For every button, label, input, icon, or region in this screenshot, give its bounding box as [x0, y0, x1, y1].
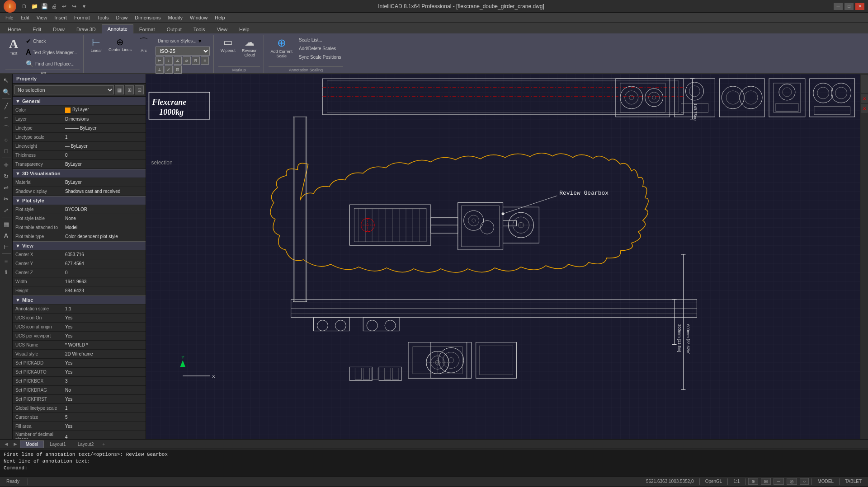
polyline-tool[interactable]: ⌐	[1, 112, 12, 122]
extend-tool[interactable]: ⤢	[1, 205, 12, 215]
find-replace-button[interactable]: 🔍 Find and Replace...	[24, 59, 80, 69]
linear-dimension-button[interactable]: ⊢ Linear	[88, 36, 104, 54]
tab-help[interactable]: Help	[233, 25, 255, 33]
trim-tool[interactable]: ✂	[1, 193, 12, 204]
view-section-header[interactable]: ▼ View	[13, 241, 146, 250]
close-btn[interactable]: ✕	[855, 3, 864, 10]
menu-insert[interactable]: Insert	[51, 14, 71, 21]
add-current-scale-button[interactable]: ⊕ Add CurrentScale	[269, 36, 295, 60]
select-tool[interactable]: ↖	[1, 75, 12, 86]
menu-tools[interactable]: Tools	[94, 14, 113, 21]
prop-quick-select-btn[interactable]: ⊞	[125, 85, 134, 94]
btab-next[interactable]: ►	[11, 441, 20, 447]
dim-tool-4[interactable]: ⌀	[183, 56, 191, 65]
zoom-tool[interactable]: 🔍	[1, 86, 12, 97]
cad-canvas-area[interactable]: Flexcrane 1000kg	[146, 74, 860, 439]
scale-list-button[interactable]: Scale List...	[297, 36, 343, 44]
general-section-header[interactable]: ▼ General	[13, 97, 146, 106]
prop-select-similar-btn[interactable]: ⊡	[135, 85, 144, 94]
center-lines-button[interactable]: ⊕ Center Lines	[106, 36, 134, 53]
tab-annotate[interactable]: Annotate	[102, 24, 133, 33]
tab-draw3d[interactable]: Draw 3D	[71, 25, 102, 33]
sb-sep-5	[811, 478, 812, 485]
dim-tool-5[interactable]: R	[192, 56, 200, 65]
tab-output[interactable]: Output	[161, 25, 188, 33]
check-spelling-button[interactable]: ✔ Check	[24, 36, 80, 46]
tab-edit[interactable]: Edit	[27, 25, 47, 33]
arc-button[interactable]: ⌒ Arc	[136, 36, 152, 54]
properties-tool[interactable]: ℹ	[1, 267, 12, 277]
ps-label: Plot style	[15, 207, 65, 212]
minimize-btn[interactable]: ─	[834, 3, 843, 10]
mirror-tool[interactable]: ⇌	[1, 182, 12, 193]
open-btn[interactable]: 📁	[30, 2, 39, 11]
revision-cloud-button[interactable]: ☁ RevisionCloud	[240, 36, 260, 59]
misc-section-header[interactable]: ▼ Misc	[13, 295, 146, 304]
tab-draw[interactable]: Draw	[47, 25, 71, 33]
dim-tool-7[interactable]: ⊥	[156, 66, 164, 74]
layer-tool[interactable]: ≡	[1, 255, 12, 266]
dim-style-dropdown[interactable]: ISO-25 Standard	[156, 47, 210, 56]
add-delete-scales-button[interactable]: Add/Delete Scales	[297, 45, 343, 52]
menu-file[interactable]: File	[2, 14, 17, 21]
print-btn[interactable]: 🖨	[50, 2, 59, 11]
undo-btn[interactable]: ↩	[60, 2, 69, 11]
wipeout-button[interactable]: ▭ Wipeout	[218, 36, 238, 54]
text-styles-button[interactable]: A Text Styles Manager...	[24, 47, 80, 58]
qa-dropdown[interactable]: ▾	[80, 2, 89, 11]
menu-help[interactable]: Help	[211, 14, 229, 21]
sb-osnap-btn[interactable]: ○	[800, 478, 809, 485]
move-tool[interactable]: ✛	[1, 159, 12, 170]
dim-tool-2[interactable]: ↕	[165, 56, 173, 65]
dim-tool-9[interactable]: ⊟	[174, 66, 182, 74]
dim-styles-button[interactable]: Dimension Styles... ▾	[156, 36, 210, 46]
tab-view[interactable]: View	[211, 25, 233, 33]
tab-format[interactable]: Format	[133, 25, 161, 33]
prop-filter-btn[interactable]: ▦	[115, 85, 124, 94]
sb-ortho-btn[interactable]: ⊣	[774, 478, 784, 485]
rt-btn-3[interactable]: ✕	[861, 104, 868, 113]
new-btn[interactable]: 🗋	[20, 2, 29, 11]
text-button[interactable]: A Text	[5, 36, 22, 57]
menu-dimensions[interactable]: Dimensions	[131, 14, 164, 21]
menu-draw[interactable]: Draw	[112, 14, 131, 21]
circle-tool[interactable]: ○	[1, 134, 12, 145]
maximize-btn[interactable]: □	[844, 3, 854, 10]
tab-tools[interactable]: Tools	[188, 25, 211, 33]
3dvis-section-header[interactable]: ▼ 3D Visualisation	[13, 169, 146, 178]
line-tool[interactable]: ╱	[1, 100, 12, 111]
sync-scale-button[interactable]: Sync Scale Positions	[297, 53, 343, 61]
rotate-tool[interactable]: ↻	[1, 171, 12, 182]
dim-tool-3[interactable]: ∠	[174, 56, 182, 65]
save-btn[interactable]: 💾	[40, 2, 49, 11]
dimension-tool[interactable]: ⊢	[1, 241, 12, 252]
sb-grid-btn[interactable]: ⊞	[761, 478, 771, 485]
dim-tool-1[interactable]: ⊢	[156, 56, 164, 65]
plotstyle-section-header[interactable]: ▼ Plot style	[13, 196, 146, 205]
tab-home[interactable]: Home	[2, 25, 27, 33]
transparency-value: ByLayer	[65, 162, 143, 167]
rect-tool[interactable]: □	[1, 145, 12, 156]
btab-prev[interactable]: ◄	[2, 441, 11, 447]
btab-layout2[interactable]: Layout2	[72, 440, 100, 448]
command-input[interactable]	[29, 465, 864, 471]
btab-layout1[interactable]: Layout1	[44, 440, 72, 448]
selection-dropdown[interactable]: No selection	[14, 85, 114, 94]
rt-btn-1[interactable]	[861, 75, 868, 93]
menu-format[interactable]: Format	[71, 14, 94, 21]
menu-view[interactable]: View	[33, 14, 51, 21]
menu-modify[interactable]: Modify	[165, 14, 186, 21]
rt-btn-2[interactable]: ✕	[861, 94, 868, 103]
dim-tool-6[interactable]: ≡	[201, 56, 209, 65]
menu-window[interactable]: Window	[186, 14, 211, 21]
btab-add[interactable]: +	[102, 442, 105, 447]
menu-edit[interactable]: Edit	[17, 14, 33, 21]
dim-tool-8[interactable]: ⤢	[165, 66, 173, 74]
arc-tool[interactable]: ⌒	[1, 123, 12, 134]
hatch-tool[interactable]: ▦	[1, 219, 12, 229]
sb-polar-btn[interactable]: ◎	[787, 478, 797, 485]
text-tool[interactable]: A	[1, 230, 12, 241]
btab-model[interactable]: Model	[20, 440, 44, 448]
sb-snap-btn[interactable]: ⊕	[748, 478, 758, 485]
redo-btn[interactable]: ↪	[70, 2, 79, 11]
